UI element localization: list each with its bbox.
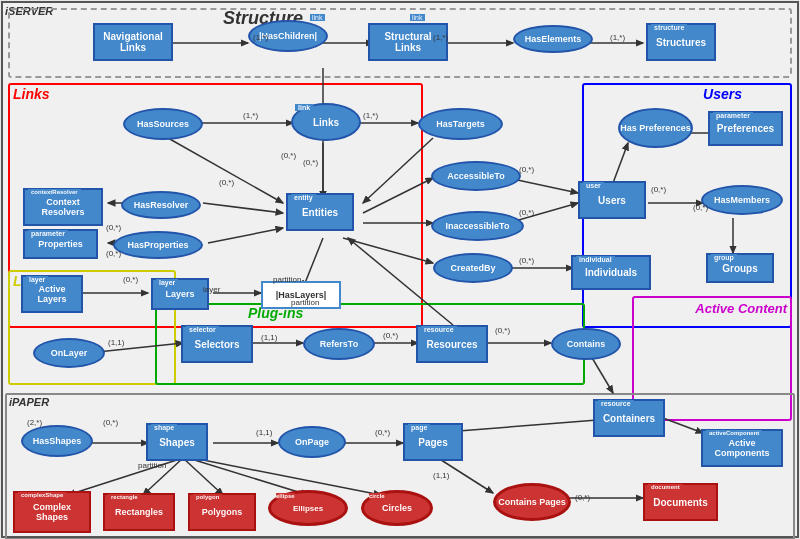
context-resolvers-node: contextResolver ContextResolvers <box>23 188 103 226</box>
has-elements-node: HasElements <box>513 25 593 53</box>
rectangles-node: rectangle Rectangles <box>103 493 175 531</box>
link-label2: link <box>410 14 425 21</box>
has-targets-node: HasTargets <box>418 108 503 140</box>
has-shapes-node: HasShapes <box>21 425 93 457</box>
card-23: (1,1) <box>256 428 272 437</box>
users-node: user Users <box>578 181 646 219</box>
card-5: (1,*) <box>363 111 378 120</box>
card-4: (1,*) <box>243 111 258 120</box>
partition-label3: partition <box>138 461 166 470</box>
partition-label2: partition <box>291 298 319 307</box>
pages-node: page Pages <box>403 423 463 461</box>
active-components-node: activeComponent ActiveComponents <box>701 429 783 467</box>
structural-links-node: Structural Links <box>368 23 448 61</box>
on-page-node: OnPage <box>278 426 346 458</box>
complex-shapes-node: complexShape ComplexShapes <box>13 491 91 533</box>
card-17: layer <box>203 285 220 294</box>
inaccessible-to-node: InaccessibleTo <box>431 211 524 241</box>
contains-node: Contains <box>551 328 621 360</box>
card-16: (0,*) <box>123 275 138 284</box>
card-11: (0,*) <box>519 165 534 174</box>
resources-node: resource Resources <box>416 325 488 363</box>
entities-node: entity Entities <box>286 193 354 231</box>
card-2: (1,*) <box>433 33 448 42</box>
card-13: (0,*) <box>519 256 534 265</box>
card-12: (0,*) <box>519 208 534 217</box>
card-27: (2,*) <box>27 418 42 427</box>
card-15: (0,*) <box>693 203 708 212</box>
containers-node: resource Containers <box>593 399 665 437</box>
contains-pages-node: Contains Pages <box>493 483 571 521</box>
card-10: (0,*) <box>106 249 121 258</box>
polygons-node: polygon Polygons <box>188 493 256 531</box>
has-sources-node: HasSources <box>123 108 203 140</box>
layers-node: layer Layers <box>151 278 209 310</box>
on-layer-node: OnLayer <box>33 338 105 368</box>
card-6: (0,*) <box>281 151 296 160</box>
has-members-node: HasMembers <box>701 185 783 215</box>
refers-to-node: RefersTo <box>303 328 375 360</box>
card-18: (1,1) <box>108 338 124 347</box>
has-resolver-node: HasResolver <box>121 191 201 219</box>
accessible-to-node: AccessibleTo <box>431 161 521 191</box>
card-22: (0,*) <box>103 418 118 427</box>
main-container: iSERVER Structure iPAPER Links Users Lay… <box>1 1 799 538</box>
has-properties-node: HasProperties <box>113 231 203 259</box>
card-20: (0,*) <box>383 331 398 340</box>
individuals-node: individual Individuals <box>571 255 651 290</box>
partition-label: partition <box>273 275 301 284</box>
card-3: (1,*) <box>610 33 625 42</box>
card-26: (0,*) <box>575 493 590 502</box>
selectors-node: selector Selectors <box>181 325 253 363</box>
card-9: (0,*) <box>106 223 121 232</box>
card-8: (0,*) <box>219 178 234 187</box>
ellipses-node: ellipse Ellipses <box>268 490 348 526</box>
card-1: (1,*) <box>253 33 268 42</box>
shapes-node: shape Shapes <box>146 423 208 461</box>
card-14: (0,*) <box>651 185 666 194</box>
card-21: (0,*) <box>495 326 510 335</box>
card-7: (0,*) <box>303 158 318 167</box>
structures-node: structure Structures <box>646 23 716 61</box>
circles-node: circle Circles <box>361 490 433 526</box>
properties-node: parameter Properties <box>23 229 98 259</box>
groups-node: group Groups <box>706 253 774 283</box>
navigational-links-node: Navigational Links <box>93 23 173 61</box>
card-25: (1,1) <box>433 471 449 480</box>
card-19: (1,1) <box>261 333 277 342</box>
link-label: link <box>310 14 325 21</box>
links-node: link Links <box>291 103 361 141</box>
preferences-node: parameter Preferences <box>708 111 783 146</box>
created-by-node: CreatedBy <box>433 253 513 283</box>
active-layers-node: layer ActiveLayers <box>21 275 83 313</box>
documents-node: document Documents <box>643 483 718 521</box>
has-preferences-node: Has Preferences <box>618 108 693 148</box>
card-24: (0,*) <box>375 428 390 437</box>
